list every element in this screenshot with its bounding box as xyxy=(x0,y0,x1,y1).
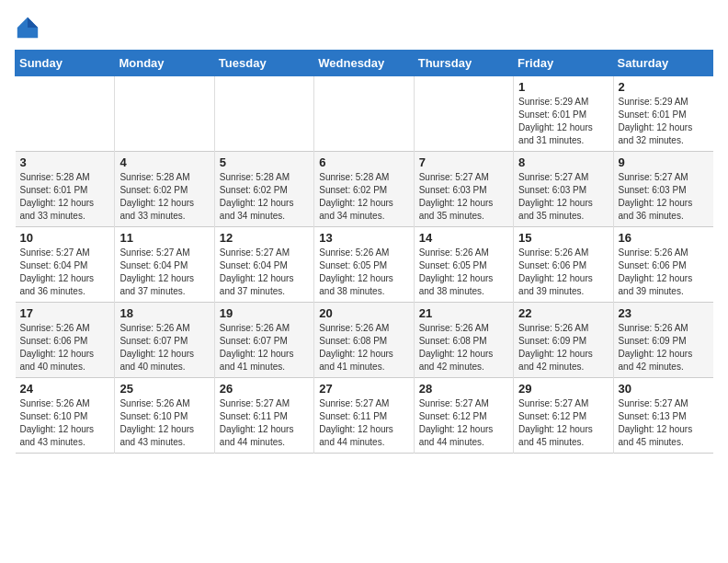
calendar-cell: 20Sunrise: 5:26 AM Sunset: 6:08 PM Dayli… xyxy=(314,303,414,378)
col-header-friday: Friday xyxy=(514,51,613,76)
day-info: Sunrise: 5:26 AM Sunset: 6:09 PM Dayligh… xyxy=(619,322,709,373)
calendar-cell: 9Sunrise: 5:27 AM Sunset: 6:03 PM Daylig… xyxy=(613,152,712,227)
calendar-cell: 28Sunrise: 5:27 AM Sunset: 6:12 PM Dayli… xyxy=(414,378,513,454)
day-number: 20 xyxy=(319,306,408,320)
calendar-cell xyxy=(214,76,313,152)
calendar-cell: 12Sunrise: 5:27 AM Sunset: 6:04 PM Dayli… xyxy=(214,227,313,303)
calendar-cell: 2Sunrise: 5:29 AM Sunset: 6:01 PM Daylig… xyxy=(613,76,712,152)
day-number: 22 xyxy=(518,306,608,320)
calendar-cell: 23Sunrise: 5:26 AM Sunset: 6:09 PM Dayli… xyxy=(613,303,712,378)
day-number: 4 xyxy=(119,155,209,169)
day-number: 24 xyxy=(20,382,110,396)
day-number: 17 xyxy=(20,306,110,320)
day-number: 10 xyxy=(20,231,110,245)
calendar-cell: 22Sunrise: 5:26 AM Sunset: 6:09 PM Dayli… xyxy=(514,303,613,378)
calendar-cell xyxy=(314,76,414,152)
day-info: Sunrise: 5:28 AM Sunset: 6:01 PM Dayligh… xyxy=(20,171,110,223)
day-info: Sunrise: 5:26 AM Sunset: 6:10 PM Dayligh… xyxy=(119,397,209,449)
day-number: 5 xyxy=(220,155,309,169)
day-number: 27 xyxy=(319,382,408,396)
calendar-cell: 3Sunrise: 5:28 AM Sunset: 6:01 PM Daylig… xyxy=(16,152,115,227)
calendar-cell: 11Sunrise: 5:27 AM Sunset: 6:04 PM Dayli… xyxy=(115,227,214,303)
calendar-cell: 25Sunrise: 5:26 AM Sunset: 6:10 PM Dayli… xyxy=(115,378,214,454)
day-number: 28 xyxy=(419,382,508,396)
day-number: 19 xyxy=(220,306,309,320)
day-number: 8 xyxy=(518,155,608,169)
calendar-cell: 14Sunrise: 5:26 AM Sunset: 6:05 PM Dayli… xyxy=(414,227,513,303)
day-number: 6 xyxy=(319,155,408,169)
day-info: Sunrise: 5:26 AM Sunset: 6:07 PM Dayligh… xyxy=(119,322,209,373)
calendar-week-2: 3Sunrise: 5:28 AM Sunset: 6:01 PM Daylig… xyxy=(16,152,713,227)
day-number: 7 xyxy=(419,155,508,169)
day-number: 9 xyxy=(619,155,709,169)
day-info: Sunrise: 5:27 AM Sunset: 6:11 PM Dayligh… xyxy=(220,397,309,449)
day-number: 3 xyxy=(20,155,110,169)
calendar-cell: 8Sunrise: 5:27 AM Sunset: 6:03 PM Daylig… xyxy=(514,152,613,227)
day-info: Sunrise: 5:26 AM Sunset: 6:08 PM Dayligh… xyxy=(419,322,508,373)
calendar-cell: 27Sunrise: 5:27 AM Sunset: 6:11 PM Dayli… xyxy=(314,378,414,454)
day-info: Sunrise: 5:29 AM Sunset: 6:01 PM Dayligh… xyxy=(619,96,709,147)
day-info: Sunrise: 5:27 AM Sunset: 6:04 PM Dayligh… xyxy=(20,247,110,298)
calendar-cell xyxy=(16,76,115,152)
day-info: Sunrise: 5:27 AM Sunset: 6:13 PM Dayligh… xyxy=(619,397,709,449)
day-info: Sunrise: 5:26 AM Sunset: 6:07 PM Dayligh… xyxy=(220,322,309,373)
calendar-cell: 18Sunrise: 5:26 AM Sunset: 6:07 PM Dayli… xyxy=(115,303,214,378)
calendar-cell: 26Sunrise: 5:27 AM Sunset: 6:11 PM Dayli… xyxy=(214,378,313,454)
calendar-cell: 30Sunrise: 5:27 AM Sunset: 6:13 PM Dayli… xyxy=(613,378,712,454)
day-number: 16 xyxy=(619,231,709,245)
day-number: 18 xyxy=(119,306,209,320)
svg-marker-1 xyxy=(28,17,38,28)
day-number: 30 xyxy=(619,382,709,396)
col-header-monday: Monday xyxy=(115,51,214,76)
day-number: 29 xyxy=(518,382,608,396)
day-number: 26 xyxy=(220,382,309,396)
logo xyxy=(15,15,44,40)
calendar-header-row: SundayMondayTuesdayWednesdayThursdayFrid… xyxy=(16,51,713,76)
day-info: Sunrise: 5:26 AM Sunset: 6:06 PM Dayligh… xyxy=(619,247,709,298)
calendar-table: SundayMondayTuesdayWednesdayThursdayFrid… xyxy=(15,50,713,454)
day-info: Sunrise: 5:26 AM Sunset: 6:06 PM Dayligh… xyxy=(20,322,110,373)
calendar-week-4: 17Sunrise: 5:26 AM Sunset: 6:06 PM Dayli… xyxy=(16,303,713,378)
calendar-cell: 19Sunrise: 5:26 AM Sunset: 6:07 PM Dayli… xyxy=(214,303,313,378)
col-header-sunday: Sunday xyxy=(16,51,115,76)
day-info: Sunrise: 5:26 AM Sunset: 6:06 PM Dayligh… xyxy=(518,247,608,298)
calendar-cell: 29Sunrise: 5:27 AM Sunset: 6:12 PM Dayli… xyxy=(514,378,613,454)
day-number: 14 xyxy=(419,231,508,245)
calendar-cell: 24Sunrise: 5:26 AM Sunset: 6:10 PM Dayli… xyxy=(16,378,115,454)
day-info: Sunrise: 5:26 AM Sunset: 6:05 PM Dayligh… xyxy=(419,247,508,298)
day-number: 25 xyxy=(119,382,209,396)
day-info: Sunrise: 5:29 AM Sunset: 6:01 PM Dayligh… xyxy=(518,96,608,147)
day-info: Sunrise: 5:27 AM Sunset: 6:03 PM Dayligh… xyxy=(518,171,608,223)
calendar-cell xyxy=(115,76,214,152)
calendar-cell: 6Sunrise: 5:28 AM Sunset: 6:02 PM Daylig… xyxy=(314,152,414,227)
calendar-cell: 1Sunrise: 5:29 AM Sunset: 6:01 PM Daylig… xyxy=(514,76,613,152)
day-info: Sunrise: 5:27 AM Sunset: 6:12 PM Dayligh… xyxy=(419,397,508,449)
day-info: Sunrise: 5:26 AM Sunset: 6:05 PM Dayligh… xyxy=(319,247,408,298)
day-number: 23 xyxy=(619,306,709,320)
day-number: 21 xyxy=(419,306,508,320)
day-info: Sunrise: 5:27 AM Sunset: 6:04 PM Dayligh… xyxy=(119,247,209,298)
day-number: 11 xyxy=(119,231,209,245)
day-number: 13 xyxy=(319,231,408,245)
day-info: Sunrise: 5:26 AM Sunset: 6:09 PM Dayligh… xyxy=(518,322,608,373)
day-info: Sunrise: 5:26 AM Sunset: 6:08 PM Dayligh… xyxy=(319,322,408,373)
day-info: Sunrise: 5:27 AM Sunset: 6:12 PM Dayligh… xyxy=(518,397,608,449)
day-info: Sunrise: 5:27 AM Sunset: 6:11 PM Dayligh… xyxy=(319,397,408,449)
calendar-cell: 15Sunrise: 5:26 AM Sunset: 6:06 PM Dayli… xyxy=(514,227,613,303)
col-header-wednesday: Wednesday xyxy=(314,51,414,76)
logo-icon xyxy=(15,15,40,40)
calendar-cell: 10Sunrise: 5:27 AM Sunset: 6:04 PM Dayli… xyxy=(16,227,115,303)
page-header xyxy=(15,15,713,40)
day-info: Sunrise: 5:26 AM Sunset: 6:10 PM Dayligh… xyxy=(20,397,110,449)
calendar-cell: 21Sunrise: 5:26 AM Sunset: 6:08 PM Dayli… xyxy=(414,303,513,378)
calendar-week-3: 10Sunrise: 5:27 AM Sunset: 6:04 PM Dayli… xyxy=(16,227,713,303)
calendar-cell: 13Sunrise: 5:26 AM Sunset: 6:05 PM Dayli… xyxy=(314,227,414,303)
calendar-cell: 7Sunrise: 5:27 AM Sunset: 6:03 PM Daylig… xyxy=(414,152,513,227)
calendar-cell xyxy=(414,76,513,152)
day-number: 1 xyxy=(518,80,608,94)
calendar-cell: 17Sunrise: 5:26 AM Sunset: 6:06 PM Dayli… xyxy=(16,303,115,378)
calendar-cell: 4Sunrise: 5:28 AM Sunset: 6:02 PM Daylig… xyxy=(115,152,214,227)
day-info: Sunrise: 5:28 AM Sunset: 6:02 PM Dayligh… xyxy=(319,171,408,223)
day-info: Sunrise: 5:27 AM Sunset: 6:03 PM Dayligh… xyxy=(419,171,508,223)
calendar-cell: 16Sunrise: 5:26 AM Sunset: 6:06 PM Dayli… xyxy=(613,227,712,303)
